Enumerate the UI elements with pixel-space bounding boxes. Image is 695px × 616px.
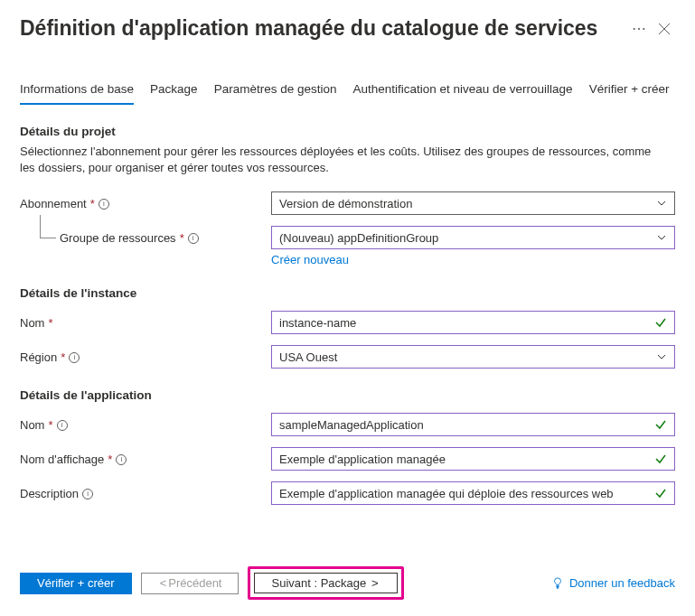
- description-input[interactable]: Exemple d'application managée qui déploi…: [271, 481, 675, 505]
- tabs: Informations de base Package Paramètres …: [0, 77, 695, 105]
- tab-basics[interactable]: Informations de base: [20, 77, 134, 105]
- check-icon: [654, 453, 667, 468]
- next-button-highlight: Suivant : Package >: [248, 566, 403, 600]
- tab-package[interactable]: Package: [150, 77, 198, 105]
- chevron-right-icon: >: [371, 576, 379, 590]
- feedback-label: Donner un feedback: [569, 576, 675, 590]
- footer: Vérifier + créer < Précédent Suivant : P…: [0, 554, 695, 616]
- next-label: Suivant : Package: [271, 576, 366, 590]
- display-name-label: Nom d'affichage: [20, 453, 104, 466]
- app-name-value: sampleManagedApplication: [279, 418, 424, 432]
- required-indicator: *: [108, 453, 112, 466]
- region-select[interactable]: USA Ouest: [271, 345, 675, 369]
- app-heading: Détails de l'application: [20, 388, 675, 402]
- chevron-down-icon: [656, 351, 667, 365]
- description-value: Exemple d'application managée qui déploi…: [279, 487, 614, 500]
- app-name-input[interactable]: sampleManagedApplication: [271, 413, 675, 436]
- app-name-label: Nom: [20, 418, 44, 432]
- check-icon: [654, 487, 667, 502]
- previous-button[interactable]: < Précédent: [141, 573, 239, 594]
- page-title: Définition d'application managée du cata…: [20, 16, 626, 41]
- required-indicator: *: [61, 350, 65, 364]
- chevron-down-icon: [656, 232, 667, 246]
- subscription-label: Abonnement: [20, 197, 87, 210]
- project-heading: Détails du projet: [20, 125, 675, 138]
- required-indicator: *: [48, 418, 52, 432]
- previous-label: Précédent: [168, 576, 221, 590]
- resource-group-label: Groupe de ressources: [60, 231, 176, 245]
- instance-heading: Détails de l'instance: [20, 286, 675, 300]
- chevron-down-icon: [656, 198, 667, 211]
- chevron-left-icon: <: [160, 576, 167, 590]
- region-label: Région: [20, 350, 57, 364]
- display-name-value: Exemple d'application managée: [279, 453, 446, 466]
- tree-line: [40, 215, 56, 238]
- info-icon[interactable]: i: [99, 199, 109, 210]
- check-icon: [654, 316, 667, 331]
- feedback-link[interactable]: Donner un feedback: [551, 576, 675, 590]
- info-icon[interactable]: i: [57, 420, 68, 431]
- instance-name-value: instance-name: [279, 316, 356, 330]
- subscription-select[interactable]: Version de démonstration: [271, 191, 675, 215]
- project-desc: Sélectionnez l'abonnement pour gérer les…: [20, 144, 653, 175]
- more-icon[interactable]: ⋯: [626, 20, 652, 37]
- required-indicator: *: [48, 316, 52, 330]
- instance-name-label: Nom: [20, 316, 44, 330]
- required-indicator: *: [90, 197, 95, 210]
- info-icon[interactable]: i: [116, 454, 127, 465]
- feedback-icon: [551, 577, 564, 590]
- tab-management[interactable]: Paramètres de gestion: [214, 77, 337, 105]
- check-icon: [654, 418, 667, 434]
- create-new-link[interactable]: Créer nouveau: [271, 253, 349, 266]
- close-icon[interactable]: [652, 21, 677, 37]
- info-icon[interactable]: i: [69, 352, 80, 363]
- description-label: Description: [20, 487, 79, 500]
- subscription-value: Version de démonstration: [279, 197, 412, 210]
- tab-review[interactable]: Vérifier + créer: [589, 77, 670, 105]
- region-value: USA Ouest: [279, 350, 337, 364]
- instance-name-input[interactable]: instance-name: [271, 311, 675, 334]
- required-indicator: *: [180, 231, 184, 245]
- tab-auth-lock[interactable]: Authentification et niveau de verrouilla…: [352, 77, 572, 105]
- next-button[interactable]: Suivant : Package >: [254, 573, 397, 593]
- review-create-button[interactable]: Vérifier + créer: [20, 573, 132, 594]
- resource-group-value: (Nouveau) appDefinitionGroup: [279, 231, 438, 245]
- display-name-input[interactable]: Exemple d'application managée: [271, 447, 675, 471]
- resource-group-select[interactable]: (Nouveau) appDefinitionGroup: [271, 226, 675, 249]
- info-icon[interactable]: i: [188, 233, 199, 244]
- info-icon[interactable]: i: [82, 489, 93, 499]
